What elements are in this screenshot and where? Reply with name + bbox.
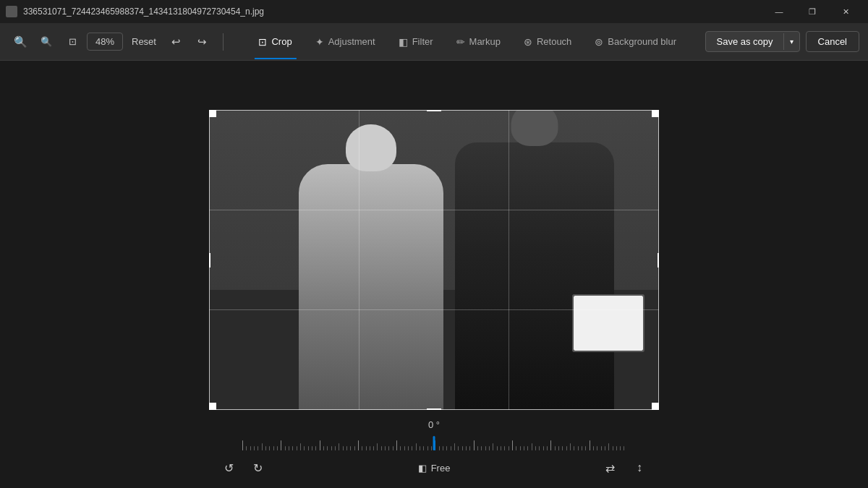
titlebar: 336531071_724423465988374_14341318049727… <box>0 0 868 23</box>
crop-edge-top[interactable] <box>427 110 441 111</box>
adjustment-tab-icon: ✦ <box>315 36 324 48</box>
toolbar-divider <box>223 33 224 51</box>
zoom-out-button[interactable]: 🔍 <box>35 30 58 53</box>
crop-edge-left[interactable] <box>209 253 210 267</box>
crop-corner-topleft[interactable] <box>209 110 216 117</box>
aspect-ratio-button[interactable]: ◧ Free <box>412 460 456 476</box>
tab-crop[interactable]: ⊡ Crop <box>248 32 302 52</box>
titlebar-left: 336531071_724423465988374_14341318049727… <box>6 6 264 17</box>
crop-corner-bottomleft[interactable] <box>209 403 216 410</box>
titlebar-controls: — ❐ ✕ <box>762 0 862 23</box>
crop-edge-right[interactable] <box>658 253 659 267</box>
bottom-center-tools: ◧ Free <box>412 460 456 476</box>
ruler-center-marker <box>433 436 435 450</box>
ruler-inner <box>242 433 626 450</box>
save-dropdown-arrow[interactable]: ▾ <box>783 33 799 50</box>
crop-corner-bottomright[interactable] <box>652 403 659 410</box>
bottom-left-tools: ↺ ↻ <box>217 456 269 479</box>
aspect-ratio-icon: ◧ <box>418 463 427 474</box>
zoom-in-button[interactable]: 🔍 <box>9 30 32 53</box>
rotate-right-button[interactable]: ↻ <box>246 456 269 479</box>
app-icon <box>6 6 17 17</box>
bottom-controls: 0 ° ↺ ↻ ◧ Free ⇄ ↕ <box>0 419 868 482</box>
tab-background-blur[interactable]: ⊚ Background blur <box>584 32 686 52</box>
markup-tab-label: Markup <box>469 36 501 47</box>
tab-filter[interactable]: ◧ Filter <box>388 32 443 52</box>
save-as-copy-label: Save as copy <box>706 32 783 51</box>
filter-tab-label: Filter <box>412 36 433 47</box>
markup-tab-icon: ✏ <box>456 36 465 48</box>
redo-button[interactable]: ↪ <box>191 30 214 53</box>
bottom-toolbar: ↺ ↻ ◧ Free ⇄ ↕ <box>217 453 651 482</box>
crop-tab-label: Crop <box>271 36 292 47</box>
retouch-tab-label: Retouch <box>537 36 571 47</box>
image-container[interactable] <box>209 110 659 410</box>
tab-retouch[interactable]: ⊛ Retouch <box>514 32 582 52</box>
retouch-tab-icon: ⊛ <box>524 36 532 48</box>
zoom-level: 48% <box>87 33 123 51</box>
bottom-right-tools: ⇄ ↕ <box>599 456 651 479</box>
tab-markup[interactable]: ✏ Markup <box>446 32 511 52</box>
toolbar-right: Save as copy ▾ Cancel <box>705 31 859 52</box>
crop-edge-bottom[interactable] <box>427 408 441 410</box>
crop-border <box>209 110 659 410</box>
nav-tabs: ⊡ Crop ✦ Adjustment ◧ Filter ✏ Markup ⊛ … <box>232 32 703 52</box>
crop-corner-topright[interactable] <box>652 110 659 117</box>
photo-display <box>209 110 659 410</box>
blur-tab-icon: ⊚ <box>595 36 603 48</box>
close-button[interactable]: ✕ <box>829 0 862 23</box>
filter-tab-icon: ◧ <box>399 36 408 48</box>
angle-display: 0 ° <box>428 419 440 430</box>
flip-vertical-button[interactable]: ↕ <box>628 456 651 479</box>
minimize-button[interactable]: — <box>762 0 796 23</box>
crop-tab-icon: ⊡ <box>258 36 267 48</box>
maximize-button[interactable]: ❐ <box>796 0 829 23</box>
save-as-copy-button[interactable]: Save as copy ▾ <box>705 31 799 52</box>
reset-button[interactable]: Reset <box>126 33 162 50</box>
cancel-button[interactable]: Cancel <box>806 31 859 52</box>
main-area: 0 ° ↺ ↻ ◧ Free ⇄ ↕ <box>0 61 868 488</box>
blur-tab-label: Background blur <box>608 36 676 47</box>
flip-horizontal-button[interactable]: ⇄ <box>599 456 622 479</box>
fit-view-button[interactable]: ⊡ <box>61 30 84 53</box>
tab-adjustment[interactable]: ✦ Adjustment <box>305 32 386 52</box>
rotate-left-button[interactable]: ↺ <box>217 456 240 479</box>
free-label: Free <box>431 463 451 474</box>
adjustment-tab-label: Adjustment <box>328 36 375 47</box>
angle-ruler[interactable] <box>242 433 626 450</box>
undo-button[interactable]: ↩ <box>165 30 188 53</box>
title-text: 336531071_724423465988374_14341318049727… <box>23 7 264 17</box>
toolbar: 🔍 🔍 ⊡ 48% Reset ↩ ↪ ⊡ Crop ✦ Adjustment … <box>0 23 868 61</box>
